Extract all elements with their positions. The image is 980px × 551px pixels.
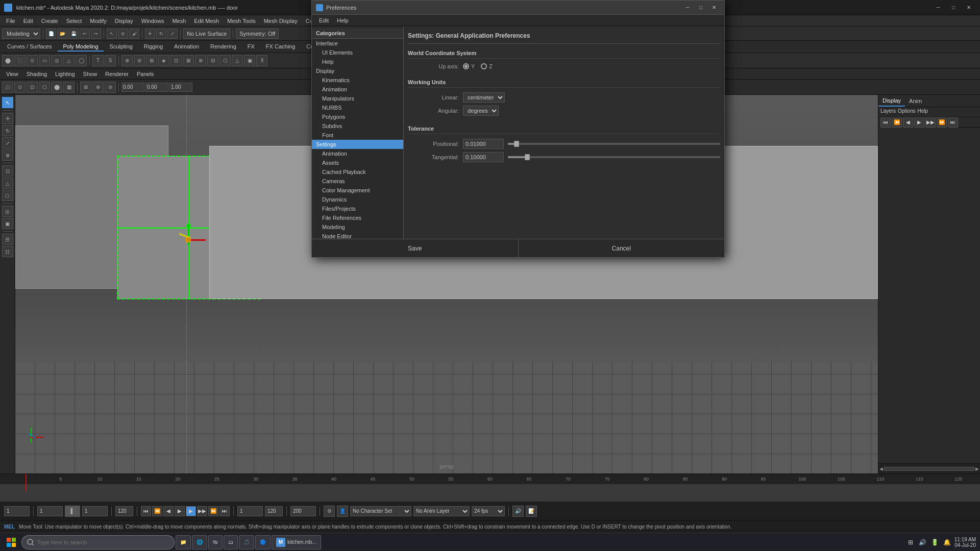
lasso-icon[interactable]: ⊘ — [118, 29, 128, 39]
timeline-content[interactable] — [0, 484, 980, 502]
tab-rigging[interactable]: Rigging — [139, 42, 168, 52]
cat-dynamics[interactable]: Dynamics — [312, 195, 403, 204]
redo-icon[interactable]: ↪ — [91, 29, 101, 39]
playback-start-input[interactable] — [237, 506, 263, 516]
view-menu-renderer[interactable]: Renderer — [101, 70, 133, 78]
symmetry-dropdown[interactable]: Symmetry: Off — [236, 29, 279, 39]
no-anim-layer-dropdown[interactable]: No Anim Layer — [413, 506, 470, 516]
quadrangulate-icon[interactable]: ▣ — [244, 55, 255, 66]
up-axis-z-option[interactable]: Z — [481, 63, 493, 69]
no-live-surface-dropdown[interactable]: No Live Surface — [183, 29, 230, 39]
cat-settings-animation[interactable]: Animation — [312, 149, 403, 158]
coord-z[interactable]: 1.00 — [169, 83, 192, 92]
menu-mesh-display[interactable]: Mesh Display — [260, 17, 302, 25]
timeline-ruler[interactable]: 5 10 15 20 25 30 35 40 45 50 55 60 65 70… — [0, 474, 980, 484]
cat-kinematics[interactable]: Kinematics — [312, 76, 403, 85]
battery-icon[interactable]: 🔋 — [930, 537, 940, 547]
tangential-input[interactable] — [463, 152, 504, 162]
reduce-icon[interactable]: ⊼ — [256, 55, 267, 66]
right-tab-anim[interactable]: Anim — [905, 95, 926, 107]
display-layer-tool[interactable]: ☰ — [2, 234, 13, 245]
menu-mesh[interactable]: Mesh — [168, 17, 190, 25]
script-editor-icon[interactable]: 📝 — [526, 506, 537, 517]
playback-options-icon[interactable]: ⚙ — [324, 506, 335, 517]
snap-grid-icon[interactable]: ⊕ — [92, 82, 104, 93]
menu-windows[interactable]: Windows — [137, 17, 168, 25]
disk-icon[interactable]: ◯ — [76, 55, 87, 66]
pref-save-button[interactable]: Save — [312, 239, 519, 257]
transport-to-end[interactable]: ⏭ — [948, 117, 958, 128]
playback-end-input[interactable] — [265, 506, 283, 516]
coord-y[interactable]: 0.00 — [145, 83, 168, 92]
taskbar-edge[interactable]: 🌐 — [192, 535, 207, 549]
maximize-button[interactable]: □ — [946, 2, 961, 13]
frame-current-marker[interactable] — [82, 506, 108, 516]
btn-next-key[interactable]: ⏩ — [208, 506, 218, 516]
cat-font[interactable]: Font — [312, 131, 403, 140]
boolean-icon[interactable]: ⊠ — [183, 55, 194, 66]
new-file-icon[interactable]: 📄 — [46, 29, 56, 39]
btn-to-start[interactable]: ⏮ — [141, 506, 151, 516]
up-axis-z-radio[interactable] — [481, 63, 487, 69]
menu-edit-mesh[interactable]: Edit Mesh — [190, 17, 223, 25]
make-live-tool[interactable]: ◎ — [2, 206, 13, 217]
taskbar-chrome[interactable]: 🔵 — [255, 535, 271, 549]
menu-display[interactable]: Display — [111, 17, 137, 25]
snap-to-polygons-tool[interactable]: ▣ — [2, 218, 13, 229]
view-menu-show[interactable]: Show — [79, 70, 102, 78]
btn-to-end[interactable]: ⏭ — [219, 506, 230, 516]
angular-dropdown[interactable]: degrees — [463, 106, 499, 116]
notification-icon[interactable]: 🔔 — [942, 537, 952, 547]
sculpt-tool[interactable]: △ — [2, 178, 13, 189]
select-tool-icon[interactable]: ↖ — [107, 29, 117, 39]
open-file-icon[interactable]: 📂 — [57, 29, 67, 39]
btn-prev-frame[interactable]: ◀ — [163, 506, 174, 516]
coord-x[interactable]: 0.00 — [121, 83, 144, 92]
current-frame-input[interactable] — [4, 506, 30, 516]
universal-manip-tool[interactable]: ⊕ — [2, 149, 13, 161]
smooth-icon[interactable]: ⊛ — [195, 55, 206, 66]
scroll-right-icon[interactable]: ▶ — [975, 466, 979, 471]
paint-icon[interactable]: 🖌 — [129, 29, 139, 39]
cat-nurbs[interactable]: NURBS — [312, 103, 403, 112]
torus-icon[interactable]: ◎ — [51, 55, 62, 66]
svg-icon[interactable]: S — [105, 55, 116, 66]
close-button[interactable]: ✕ — [962, 2, 976, 13]
text-icon[interactable]: T — [92, 55, 104, 66]
transport-next-frame[interactable]: ▶▶ — [925, 117, 936, 128]
menu-select[interactable]: Select — [62, 17, 86, 25]
btn-play-fwd[interactable]: ▶ — [186, 506, 196, 516]
right-menu-help[interactable]: Help — [917, 108, 928, 116]
right-menu-options[interactable]: Options — [898, 108, 915, 116]
bridge-icon[interactable]: ⊞ — [146, 55, 157, 66]
transport-prev-key[interactable]: ⏪ — [892, 117, 902, 128]
cone-icon[interactable]: △ — [63, 55, 75, 66]
right-panel-scrollbar[interactable]: ◀ ▶ — [878, 463, 980, 473]
gizmo-y-handle[interactable] — [186, 224, 190, 228]
tab-rendering[interactable]: Rendering — [205, 42, 241, 52]
cat-interface[interactable]: Interface — [312, 39, 403, 48]
pref-minimize-button[interactable]: ─ — [681, 3, 694, 13]
rotate-tool[interactable]: ↻ — [2, 125, 13, 136]
character-set-icon[interactable]: 👤 — [337, 506, 348, 517]
taskbar-maya[interactable]: M kitchen.mb... — [272, 535, 321, 549]
up-axis-y-radio[interactable] — [463, 63, 469, 69]
search-bar[interactable] — [21, 535, 175, 549]
positional-slider-track[interactable] — [508, 143, 720, 145]
transport-prev-frame[interactable]: ◀ — [903, 117, 913, 128]
save-file-icon[interactable]: 💾 — [68, 29, 79, 39]
tab-sculpting[interactable]: Sculpting — [105, 42, 138, 52]
move-tool[interactable]: ✛ — [2, 113, 13, 124]
transport-play[interactable]: ▶ — [914, 117, 924, 128]
pref-maximize-button[interactable]: □ — [695, 3, 707, 13]
move-icon[interactable]: ✛ — [145, 29, 155, 39]
pref-menu-help[interactable]: Help — [334, 16, 352, 24]
minimize-button[interactable]: ─ — [931, 2, 945, 13]
combine-icon[interactable]: ◈ — [158, 55, 169, 66]
view-menu-shading[interactable]: Shading — [22, 70, 51, 78]
menu-modify[interactable]: Modify — [86, 17, 110, 25]
tangential-slider-track[interactable] — [508, 156, 720, 158]
frame-end-input[interactable] — [115, 506, 133, 516]
cat-files-projects[interactable]: Files/Projects — [312, 204, 403, 213]
taskbar-spotify[interactable]: 🎵 — [239, 535, 254, 549]
